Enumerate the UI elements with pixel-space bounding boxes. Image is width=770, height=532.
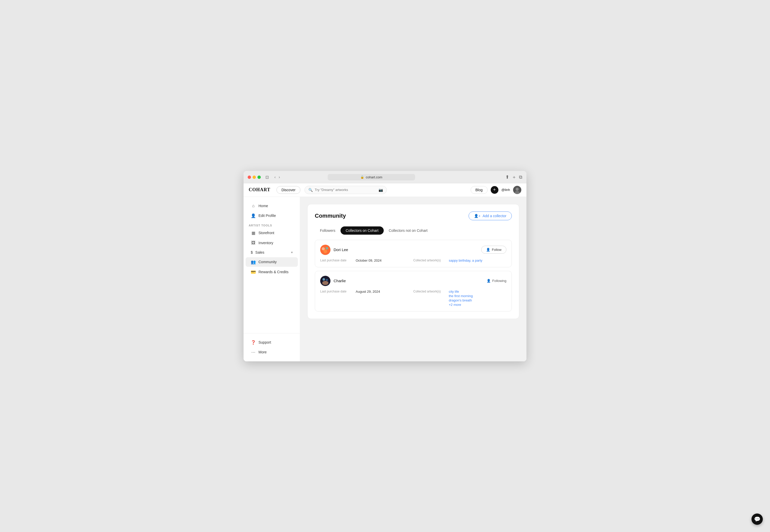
edit-profile-icon: 👤 bbox=[251, 213, 256, 218]
close-button[interactable] bbox=[248, 176, 251, 179]
artist-tools-label: ARTIST TOOLS bbox=[243, 221, 300, 228]
back-button[interactable]: ‹ bbox=[273, 175, 277, 180]
share-icon[interactable]: ⬆ bbox=[505, 174, 509, 180]
following-icon: 👤 bbox=[487, 279, 491, 283]
sidebar-more-label: More bbox=[258, 350, 267, 354]
svg-point-10 bbox=[326, 279, 328, 281]
avatar-dori bbox=[320, 245, 330, 255]
more-icon: ⋯ bbox=[251, 350, 256, 355]
collector-name-dori: Dori Lee bbox=[333, 247, 478, 252]
collector-top-charlie: Charlie 👤 Following bbox=[320, 276, 507, 286]
sidebar-toggle-button[interactable]: ⊡ bbox=[264, 174, 270, 180]
sidebar-support-label: Support bbox=[258, 340, 271, 344]
add-collector-button[interactable]: 👤+ Add a collector bbox=[469, 212, 512, 220]
camera-icon[interactable]: 📷 bbox=[378, 188, 383, 192]
sidebar-item-rewards[interactable]: 💳 Rewards & Credits bbox=[246, 267, 298, 277]
username-link[interactable]: @linh bbox=[502, 188, 510, 192]
svg-point-6 bbox=[323, 250, 327, 253]
artwork-links-charlie: city life the first morning dragon's bre… bbox=[449, 290, 473, 307]
sidebar-item-support[interactable]: ❓ Support bbox=[246, 338, 298, 347]
sidebar-item-inventory[interactable]: 🖼 Inventory bbox=[246, 238, 298, 247]
sidebar-item-edit-profile[interactable]: 👤 Edit Profile bbox=[246, 211, 298, 221]
url-text: cohart.com bbox=[366, 175, 382, 179]
follow-icon: 👤 bbox=[486, 248, 490, 252]
svg-point-8 bbox=[322, 281, 328, 285]
rewards-icon: 💳 bbox=[251, 270, 256, 274]
nav-right: Blog + @linh bbox=[471, 186, 521, 194]
tabs: Followers Collectors on Cohart Collector… bbox=[315, 226, 512, 235]
artwork-link-first-morning[interactable]: the first morning bbox=[449, 294, 473, 298]
browser-chrome: ⊡ ‹ › 🔒 cohart.com ⬆ ＋ ⧉ bbox=[243, 171, 527, 183]
address-bar[interactable]: 🔒 cohart.com bbox=[328, 174, 415, 180]
avatar[interactable] bbox=[513, 186, 521, 194]
sidebar-item-more[interactable]: ⋯ More bbox=[246, 347, 298, 357]
artworks-info-charlie: Collected artwork(s) city life the first… bbox=[413, 290, 507, 307]
artwork-link-city-life[interactable]: city life bbox=[449, 290, 473, 293]
create-button[interactable]: + bbox=[491, 186, 499, 194]
app-logo[interactable]: COHART bbox=[249, 187, 270, 192]
support-icon: ❓ bbox=[251, 340, 256, 345]
collector-top-dori: Dori Lee 👤 Follow bbox=[320, 245, 507, 255]
following-button-charlie[interactable]: 👤 Following bbox=[487, 279, 507, 283]
traffic-lights bbox=[248, 176, 261, 179]
tabs-icon[interactable]: ⧉ bbox=[519, 175, 522, 180]
tab-collectors-not-on-cohart[interactable]: Collectors not on Cohart bbox=[384, 226, 433, 235]
sidebar: ⌂ Home 👤 Edit Profile ARTIST TOOLS ▦ Sto… bbox=[243, 197, 300, 361]
purchase-label-charlie: Last purchase date bbox=[320, 290, 353, 293]
content-area: Community 👤+ Add a collector Followers C… bbox=[300, 197, 527, 361]
home-icon: ⌂ bbox=[251, 204, 256, 208]
sidebar-item-sales[interactable]: $ Sales ▾ bbox=[246, 248, 298, 257]
sidebar-edit-profile-label: Edit Profile bbox=[258, 214, 276, 218]
svg-point-1 bbox=[516, 188, 519, 191]
sidebar-item-home[interactable]: ⌂ Home bbox=[246, 201, 298, 210]
top-nav: COHART Discover 🔍 📷 Blog + @linh bbox=[243, 183, 527, 197]
sidebar-item-community[interactable]: 👥 Community bbox=[246, 257, 298, 267]
collected-label-charlie: Collected artwork(s) bbox=[413, 290, 447, 293]
svg-point-9 bbox=[322, 278, 325, 281]
artwork-link-0[interactable]: sappy birthday, a party bbox=[449, 259, 483, 262]
chat-bubble-button[interactable]: 💬 bbox=[751, 513, 763, 525]
chevron-down-icon: ▾ bbox=[291, 251, 293, 254]
search-icon: 🔍 bbox=[308, 188, 313, 192]
minimize-button[interactable] bbox=[252, 176, 256, 179]
collector-details-dori: Last purchase date October 09, 2024 Coll… bbox=[320, 259, 507, 262]
new-tab-icon[interactable]: ＋ bbox=[512, 174, 517, 180]
inventory-icon: 🖼 bbox=[251, 241, 256, 245]
community-icon: 👥 bbox=[251, 260, 256, 264]
artwork-link-dragons-breath[interactable]: dragon's breath bbox=[449, 298, 473, 302]
table-row: Charlie 👤 Following Last purchase date A… bbox=[315, 271, 512, 311]
sidebar-sales-label: Sales bbox=[255, 250, 288, 254]
sidebar-rewards-label: Rewards & Credits bbox=[258, 270, 288, 274]
add-collector-label: Add a collector bbox=[483, 214, 507, 218]
avatar-charlie bbox=[320, 276, 330, 286]
tab-followers[interactable]: Followers bbox=[315, 226, 340, 235]
storefront-icon: ▦ bbox=[251, 231, 256, 235]
follow-button-dori[interactable]: 👤 Follow bbox=[481, 246, 507, 254]
sidebar-item-storefront[interactable]: ▦ Storefront bbox=[246, 228, 298, 238]
purchase-info-dori: Last purchase date October 09, 2024 bbox=[320, 259, 413, 262]
forward-button[interactable]: › bbox=[278, 175, 281, 180]
purchase-label-dori: Last purchase date bbox=[320, 259, 353, 262]
search-input[interactable] bbox=[315, 188, 376, 192]
artwork-links-dori: sappy birthday, a party bbox=[449, 259, 483, 262]
sidebar-bottom: ❓ Support ⋯ More bbox=[243, 333, 300, 357]
browser-actions: ⬆ ＋ ⧉ bbox=[505, 174, 522, 180]
artwork-link-more[interactable]: +2 more bbox=[449, 303, 473, 307]
artworks-info-dori: Collected artwork(s) sappy birthday, a p… bbox=[413, 259, 507, 262]
collected-label-dori: Collected artwork(s) bbox=[413, 259, 447, 262]
content-header: Community 👤+ Add a collector bbox=[315, 212, 512, 220]
sidebar-home-label: Home bbox=[258, 204, 268, 208]
purchase-date-dori: October 09, 2024 bbox=[356, 259, 381, 262]
tab-collectors-on-cohart[interactable]: Collectors on Cohart bbox=[340, 226, 384, 235]
page-title: Community bbox=[315, 213, 346, 219]
plus-icon: + bbox=[493, 187, 496, 192]
maximize-button[interactable] bbox=[257, 176, 261, 179]
blog-button[interactable]: Blog bbox=[471, 186, 488, 194]
lock-icon: 🔒 bbox=[360, 175, 364, 179]
discover-button[interactable]: Discover bbox=[276, 186, 300, 194]
collector-name-charlie: Charlie bbox=[333, 279, 484, 283]
main-area: ⌂ Home 👤 Edit Profile ARTIST TOOLS ▦ Sto… bbox=[243, 197, 527, 361]
sidebar-storefront-label: Storefront bbox=[258, 231, 274, 235]
collector-list: Dori Lee 👤 Follow Last purchase date Oct… bbox=[315, 240, 512, 311]
purchase-info-charlie: Last purchase date August 29, 2024 bbox=[320, 290, 413, 293]
